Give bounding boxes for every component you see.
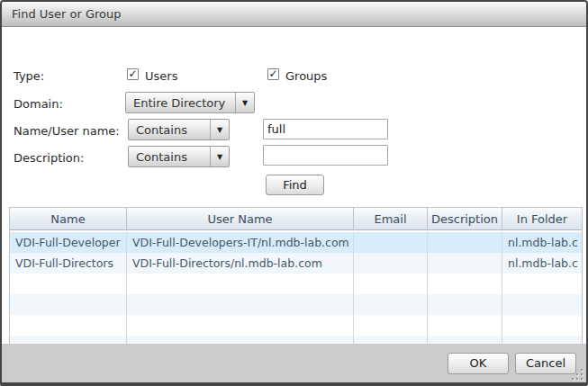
users-checkbox-label[interactable]: Users [145, 69, 177, 83]
description-search-input[interactable] [263, 145, 388, 166]
dialog-footer: OK Cancel [2, 344, 586, 382]
domain-label: Domain: [14, 97, 63, 111]
cell-description [428, 232, 502, 253]
cell-in-folder: nl.mdb-lab.c [502, 232, 582, 253]
cell-name: VDI-Full-Directors [10, 253, 127, 274]
table-row-empty [10, 294, 582, 315]
cell-description [428, 253, 502, 274]
domain-select-value: Entire Directory [126, 96, 235, 110]
resize-grip-icon[interactable] [571, 368, 583, 381]
results-table-header: Name User Name Email Description In Fold… [10, 208, 582, 230]
chevron-down-icon: ▼ [210, 147, 229, 166]
groups-checkbox[interactable]: ✓ [267, 68, 279, 80]
domain-select[interactable]: Entire Directory ▼ [125, 92, 255, 113]
dialog-title: Find User or Group [12, 7, 122, 21]
description-label: Description: [14, 151, 84, 165]
groups-checkbox-label[interactable]: Groups [285, 69, 327, 83]
find-user-or-group-dialog: Find User or Group Type: ✓ Users ✓ Group… [0, 0, 588, 386]
users-checkbox[interactable]: ✓ [127, 68, 139, 80]
cell-user-name: VDI-Full-Developers-IT/nl.mdb-lab.com [127, 232, 354, 253]
cell-in-folder: nl.mdb-lab.c [502, 253, 582, 274]
dialog-content: Type: ✓ Users ✓ Groups Domain: Entire Di… [2, 27, 586, 343]
results-table: Name User Name Email Description In Fold… [9, 207, 583, 357]
cell-email [354, 232, 428, 253]
column-header-in-folder[interactable]: In Folder [502, 208, 582, 229]
cancel-button[interactable]: Cancel [515, 353, 576, 374]
column-header-name[interactable]: Name [10, 208, 127, 229]
check-icon: ✓ [128, 68, 137, 79]
description-match-select[interactable]: Contains ▼ [128, 146, 230, 167]
chevron-down-icon: ▼ [235, 93, 254, 112]
name-username-label: Name/User name: [14, 124, 120, 138]
cell-email [354, 253, 428, 274]
table-row-empty [10, 274, 582, 294]
name-match-select-value: Contains [129, 123, 210, 137]
name-match-select[interactable]: Contains ▼ [128, 119, 230, 140]
column-header-email[interactable]: Email [354, 208, 428, 229]
column-header-user-name[interactable]: User Name [127, 208, 354, 229]
cell-user-name: VDI-Full-Directors/nl.mdb-lab.com [127, 253, 354, 274]
type-label: Type: [14, 69, 44, 83]
table-row[interactable]: VDI-Full-Developer VDI-Full-Developers-I… [10, 232, 582, 253]
dialog-titlebar[interactable]: Find User or Group [2, 2, 586, 27]
table-row-empty [10, 315, 582, 336]
chevron-down-icon: ▼ [210, 120, 229, 139]
cell-name: VDI-Full-Developer [10, 232, 127, 253]
description-match-select-value: Contains [129, 150, 210, 164]
find-button[interactable]: Find [266, 175, 324, 195]
ok-button[interactable]: OK [448, 353, 509, 374]
check-icon: ✓ [268, 68, 277, 79]
table-row[interactable]: VDI-Full-Directors VDI-Full-Directors/nl… [10, 253, 582, 274]
column-header-description[interactable]: Description [428, 208, 502, 229]
name-search-input[interactable] [263, 119, 388, 139]
